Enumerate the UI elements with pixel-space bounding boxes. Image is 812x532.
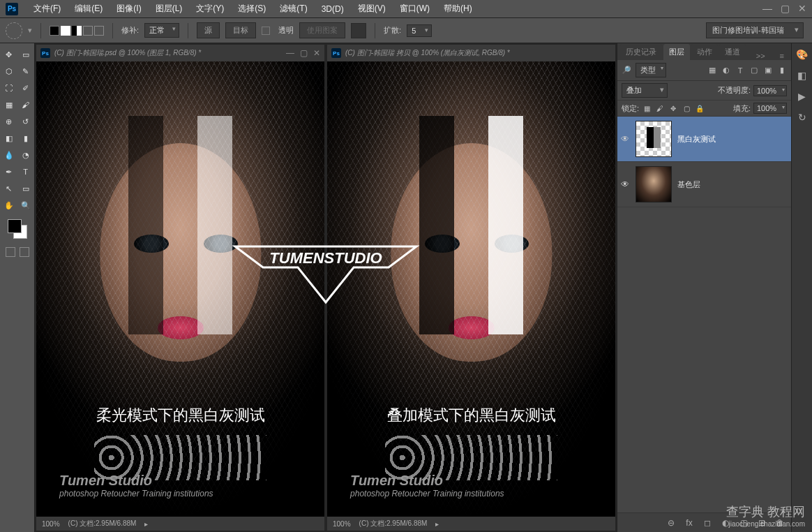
menu-filter[interactable]: 滤镜(T) <box>273 3 314 15</box>
menu-3d[interactable]: 3D(D) <box>315 4 351 14</box>
collapsed-panel-swatches-icon[interactable]: ◧ <box>797 70 806 81</box>
lock-position-icon[interactable]: ✥ <box>668 103 678 113</box>
fill-input[interactable]: 100% <box>753 103 787 114</box>
history-brush-tool[interactable]: ↺ <box>18 114 33 128</box>
stamp-tool[interactable]: ⊕ <box>1 114 17 128</box>
canvas-2[interactable]: 叠加模式下的黑白灰测试 Tumen Studio photoshop Retou… <box>327 61 615 517</box>
tab-history[interactable]: 历史记录 <box>620 44 662 60</box>
layer-name[interactable]: 基色层 <box>677 179 700 190</box>
menu-layer[interactable]: 图层(L) <box>149 3 190 15</box>
filter-pixel-icon[interactable]: ▦ <box>707 66 717 75</box>
swatch-black[interactable] <box>50 26 59 36</box>
maximize-icon[interactable]: ▢ <box>781 3 790 14</box>
artboard-tool[interactable]: ▭ <box>18 47 33 61</box>
blend-mode-dropdown[interactable]: 叠加 <box>622 83 668 98</box>
collapsed-panel-refresh-icon[interactable]: ↻ <box>798 112 806 123</box>
eraser-tool[interactable]: ◧ <box>1 131 17 145</box>
tab-layers[interactable]: 图层 <box>663 44 690 60</box>
swatch-white[interactable] <box>61 26 70 36</box>
collapsed-panel-color-icon[interactable]: 🎨 <box>796 49 808 60</box>
quickmask-icon[interactable] <box>6 247 15 257</box>
lock-artboard-icon[interactable]: ▢ <box>682 103 691 113</box>
status-arrow-icon[interactable]: ▸ <box>144 520 148 528</box>
eyedropper-tool[interactable]: ✐ <box>18 81 33 95</box>
current-tool-icon[interactable] <box>6 22 22 39</box>
tab-actions[interactable]: 动作 <box>691 44 718 60</box>
filter-shape-icon[interactable]: ▢ <box>749 66 759 75</box>
panel-tabs-more[interactable]: >> <box>752 52 769 60</box>
workspace-dropdown[interactable]: 图门修图培训-韩国瑞 <box>706 22 804 38</box>
lock-image-icon[interactable]: 🖌 <box>655 103 665 113</box>
filter-adjust-icon[interactable]: ◐ <box>721 66 731 75</box>
patch-mode-dropdown[interactable]: 正常 <box>144 23 179 38</box>
status-arrow-icon[interactable]: ▸ <box>435 520 439 528</box>
layer-item-base[interactable]: 👁 基色层 <box>617 162 791 207</box>
menu-view[interactable]: 视图(V) <box>351 3 393 15</box>
document-tab-2[interactable]: Ps (C) 图门-韩国瑞 拷贝 @ 100% (黑白灰测试, RGB/8) * <box>327 45 615 61</box>
screen-mode-icon[interactable] <box>20 247 29 257</box>
collapsed-panel-play-icon[interactable]: ▶ <box>798 91 806 102</box>
use-pattern-button[interactable]: 使用图案 <box>299 22 345 38</box>
crop-tool[interactable]: ⛶ <box>1 81 17 95</box>
doc-info-2[interactable]: (C) 文档:2.95M/6.88M <box>359 519 428 529</box>
pattern-swatch[interactable] <box>351 23 366 38</box>
tab-channels[interactable]: 通道 <box>719 44 746 60</box>
canvas-1[interactable]: 柔光模式下的黑白灰测试 Tumen Studio photoshop Retou… <box>36 61 324 517</box>
marquee-tool[interactable]: ▦ <box>1 98 17 112</box>
filter-type-icon[interactable]: T <box>735 66 745 75</box>
type-tool[interactable]: T <box>18 165 33 179</box>
doc-info-1[interactable]: (C) 文档:2.95M/6.88M <box>68 519 137 529</box>
zoom-tool[interactable]: 🔍 <box>18 198 33 212</box>
foreground-color[interactable] <box>8 219 22 233</box>
diffusion-value[interactable]: 5 <box>407 24 432 37</box>
hand-tool[interactable]: ✋ <box>1 198 17 212</box>
shape-tool[interactable]: ▭ <box>18 182 33 195</box>
filter-smart-icon[interactable]: ▣ <box>763 66 773 75</box>
transparent-checkbox[interactable] <box>262 27 270 35</box>
menu-select[interactable]: 选择(S) <box>231 3 273 15</box>
move-tool[interactable]: ✥ <box>1 47 17 61</box>
menu-file[interactable]: 文件(F) <box>27 3 68 15</box>
layer-fx-icon[interactable]: fx <box>684 518 695 528</box>
menu-edit[interactable]: 编辑(E) <box>68 3 110 15</box>
search-icon[interactable]: 🔎 <box>622 66 631 75</box>
path-select-tool[interactable]: ↖ <box>1 182 17 195</box>
link-layers-icon[interactable]: ⊖ <box>666 518 677 528</box>
lock-all-icon[interactable]: 🔒 <box>695 103 705 113</box>
close-icon[interactable]: ✕ <box>798 3 806 14</box>
menu-type[interactable]: 文字(Y) <box>189 3 231 15</box>
minimize-icon[interactable]: — <box>762 3 772 14</box>
doc1-minimize-icon[interactable]: — <box>286 48 294 58</box>
doc1-maximize-icon[interactable]: ▢ <box>300 48 308 58</box>
visibility-icon[interactable]: 👁 <box>620 134 630 144</box>
visibility-icon[interactable]: 👁 <box>620 179 630 189</box>
lock-transparent-icon[interactable]: ▦ <box>642 103 652 113</box>
filter-toggle-icon[interactable]: ▮ <box>777 66 787 75</box>
doc1-close-icon[interactable]: ✕ <box>313 48 320 58</box>
pen-tool[interactable]: ✒ <box>1 165 17 179</box>
panel-menu-icon[interactable]: ≡ <box>776 52 788 60</box>
brush-tool[interactable]: 🖌 <box>18 98 33 112</box>
menu-window[interactable]: 窗口(W) <box>393 3 437 15</box>
chevron-down-icon[interactable]: ▾ <box>28 26 32 35</box>
lasso-tool[interactable]: ⬡ <box>1 64 17 78</box>
layer-thumbnail[interactable] <box>636 121 672 157</box>
menu-image[interactable]: 图像(I) <box>110 3 148 15</box>
gradient-tool[interactable]: ▮ <box>18 131 33 145</box>
document-tab-1[interactable]: Ps (C) 图门-韩国瑞.psd @ 100% (图层 1, RGB/8) *… <box>36 45 324 61</box>
layer-name[interactable]: 黑白灰测试 <box>677 134 716 145</box>
destination-button[interactable]: 目标 <box>225 22 256 38</box>
fg-bg-swatch[interactable] <box>8 219 27 239</box>
zoom-level-1[interactable]: 100% <box>42 520 60 528</box>
opacity-input[interactable]: 100% <box>753 85 787 96</box>
layer-thumbnail[interactable] <box>636 166 672 202</box>
menu-help[interactable]: 帮助(H) <box>437 3 479 15</box>
quick-select-tool[interactable]: ✎ <box>18 64 33 78</box>
layer-mask-icon[interactable]: ◻ <box>702 518 713 528</box>
filter-kind-dropdown[interactable]: 类型 <box>636 63 666 77</box>
zoom-level-2[interactable]: 100% <box>333 520 351 528</box>
blur-tool[interactable]: 💧 <box>1 148 17 162</box>
dodge-tool[interactable]: ◔ <box>18 148 33 162</box>
layer-item-test[interactable]: 👁 黑白灰测试 <box>617 117 791 162</box>
source-button[interactable]: 源 <box>197 22 220 38</box>
